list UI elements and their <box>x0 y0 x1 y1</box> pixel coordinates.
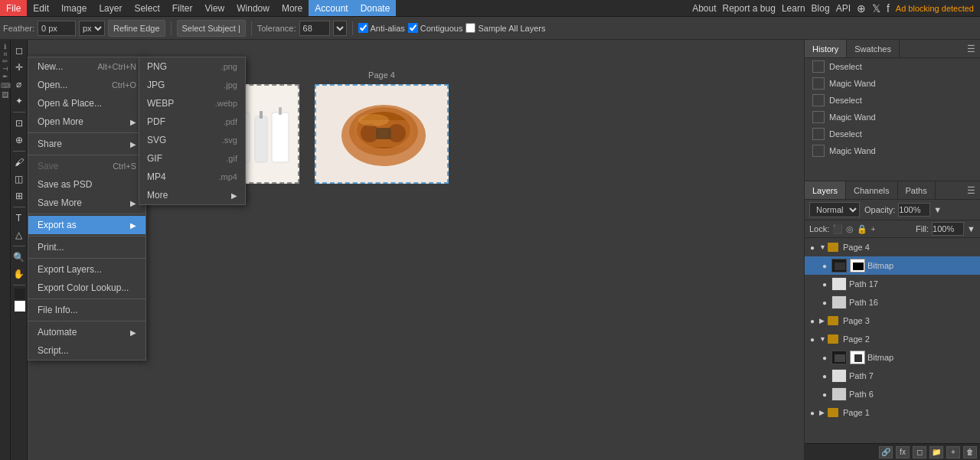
layers-group-btn[interactable]: 📁 <box>929 446 943 458</box>
select-subject-button[interactable]: Select Subject | <box>177 20 246 37</box>
tool-text[interactable]: T <box>11 210 27 226</box>
menu-select[interactable]: Select <box>128 0 165 16</box>
layer-page2-group[interactable]: ● ▼ Page 2 <box>805 330 980 348</box>
menu-export-as[interactable]: Export as ▶ <box>28 216 145 234</box>
tab-history[interactable]: History <box>805 40 847 57</box>
tab-swatches[interactable]: Swatches <box>847 40 900 57</box>
link-about[interactable]: About <box>692 3 716 14</box>
layers-new-btn[interactable]: + <box>946 446 960 458</box>
css-icon[interactable]: ⌨ <box>2 82 9 90</box>
history-deselect-1[interactable]: Deselect <box>805 58 980 75</box>
link-report-bug[interactable]: Report a bug <box>723 3 776 14</box>
expand-page1[interactable]: ▶ <box>819 409 825 416</box>
history-deselect-2[interactable]: Deselect <box>805 92 980 109</box>
tool-eraser[interactable]: ◫ <box>11 171 27 187</box>
menu-export-color-lookup[interactable]: Export Color Lookup... <box>28 279 145 297</box>
eye-page1[interactable]: ● <box>808 408 817 417</box>
layer-page4-path16[interactable]: ● Path 16 <box>805 293 980 312</box>
eye-page2-path6[interactable]: ● <box>820 390 829 399</box>
layers-link-btn[interactable]: 🔗 <box>879 446 893 458</box>
lock-all-btn[interactable]: 🔒 <box>857 224 867 234</box>
menu-view[interactable]: View <box>198 0 230 16</box>
menu-save-as-psd[interactable]: Save as PSD <box>28 175 145 194</box>
sample-all-check[interactable]: Sample All Layers <box>466 23 545 33</box>
eye-page4-path16[interactable]: ● <box>820 298 829 307</box>
tool-move[interactable]: ✛ <box>11 60 27 75</box>
menu-automate[interactable]: Automate ▶ <box>28 323 145 341</box>
reddit-icon[interactable]: ⊕ <box>857 2 866 15</box>
text-icon[interactable]: T <box>2 67 9 71</box>
eye-page4-path17[interactable]: ● <box>820 279 829 289</box>
eye-page2[interactable]: ● <box>808 334 817 344</box>
lock-pixel-btn[interactable]: ⬛ <box>832 224 843 234</box>
layer-page3-group[interactable]: ● ▶ Page 3 <box>805 312 980 330</box>
layer-page2-path7[interactable]: ● Path 7 <box>805 367 980 385</box>
menu-window[interactable]: Window <box>230 0 276 16</box>
menu-share[interactable]: Share ▶ <box>28 135 145 153</box>
lock-artboard-btn[interactable]: + <box>871 224 875 233</box>
antialias-check[interactable]: Anti-alias <box>358 23 405 33</box>
tool-shape[interactable]: △ <box>11 227 27 243</box>
layer-page2-path6[interactable]: ● Path 6 <box>805 385 980 403</box>
feather-unit-select[interactable]: px <box>79 21 105 36</box>
menu-image[interactable]: Image <box>55 0 93 16</box>
menu-layer[interactable]: Layer <box>93 0 128 16</box>
opacity-arrow[interactable]: ▼ <box>933 205 942 214</box>
menu-file-info[interactable]: File Info... <box>28 301 145 319</box>
twitter-icon[interactable]: 𝕏 <box>872 2 880 15</box>
tool-stamp[interactable]: ⊞ <box>11 188 27 204</box>
menu-more[interactable]: More <box>276 0 309 16</box>
tool-bg-color[interactable] <box>15 301 25 312</box>
menu-donate[interactable]: Donate <box>354 0 397 16</box>
layer-page4-group[interactable]: ● ▼ Page 4 <box>805 238 980 256</box>
export-more[interactable]: More ▶ <box>139 186 245 204</box>
sample-all-checkbox[interactable] <box>466 23 475 33</box>
tab-paths[interactable]: Paths <box>898 181 936 199</box>
history-deselect-3[interactable]: Deselect <box>805 126 980 142</box>
history-magic-wand-2[interactable]: Magic Wand <box>805 109 980 126</box>
opacity-input[interactable] <box>898 203 930 217</box>
tool-eyedropper[interactable]: ⊕ <box>11 132 27 148</box>
contiguous-check[interactable]: Contiguous <box>408 23 463 33</box>
eye-page4-bitmap[interactable]: ● <box>820 261 829 270</box>
tab-channels[interactable]: Channels <box>846 181 897 199</box>
expand-page2[interactable]: ▼ <box>819 335 825 343</box>
image-icon[interactable]: 🖼 <box>2 91 9 98</box>
tool-crop[interactable]: ⊡ <box>11 116 27 131</box>
export-png[interactable]: PNG .png <box>139 57 245 76</box>
blend-mode-select[interactable]: Normal <box>809 202 860 217</box>
eye-page2-bitmap[interactable]: ● <box>820 353 829 362</box>
layer-page4-path17[interactable]: ● Path 17 <box>805 275 980 293</box>
menu-filter[interactable]: Filter <box>166 0 199 16</box>
pen-icon[interactable]: ✒ <box>2 73 9 80</box>
tolerance-input[interactable] <box>299 21 330 36</box>
tool-magic-wand[interactable]: ✦ <box>11 93 27 109</box>
layers-mask-btn[interactable]: ◻ <box>913 446 926 458</box>
menu-export-layers[interactable]: Export Layers... <box>28 260 145 279</box>
menu-open-place[interactable]: Open & Place... <box>28 94 145 113</box>
menu-script[interactable]: Script... <box>28 341 145 360</box>
tolerance-arrow[interactable]: ▼ <box>333 21 347 36</box>
menu-icon[interactable]: ≡ <box>2 52 9 56</box>
menu-save-more[interactable]: Save More ▶ <box>28 194 145 212</box>
tool-zoom[interactable]: 🔍 <box>11 250 27 265</box>
page-4-canvas[interactable] <box>315 84 449 184</box>
export-gif[interactable]: GIF .gif <box>139 149 245 168</box>
expand-page3[interactable]: ▶ <box>819 317 825 325</box>
tool-fg-color[interactable] <box>15 289 25 299</box>
link-blog[interactable]: Blog <box>812 3 830 14</box>
export-webp[interactable]: WEBP .webp <box>139 94 245 113</box>
menu-new[interactable]: New... Alt+Ctrl+N <box>28 57 145 76</box>
link-api[interactable]: API <box>836 3 851 14</box>
menu-file[interactable]: File <box>0 0 27 16</box>
tool-brush[interactable]: 🖌 <box>11 155 27 170</box>
history-magic-wand-3[interactable]: Magic Wand <box>805 142 980 159</box>
export-pdf[interactable]: PDF .pdf <box>139 113 245 131</box>
export-svg[interactable]: SVG .svg <box>139 131 245 149</box>
brush-icon[interactable]: ✏ <box>2 57 9 65</box>
layer-page1-group[interactable]: ● ▶ Page 1 <box>805 403 980 422</box>
layers-menu-btn[interactable]: ☰ <box>962 182 980 199</box>
menu-open[interactable]: Open... Ctrl+O <box>28 76 145 94</box>
fill-arrow[interactable]: ▼ <box>967 224 975 233</box>
expand-page4[interactable]: ▼ <box>819 243 825 251</box>
